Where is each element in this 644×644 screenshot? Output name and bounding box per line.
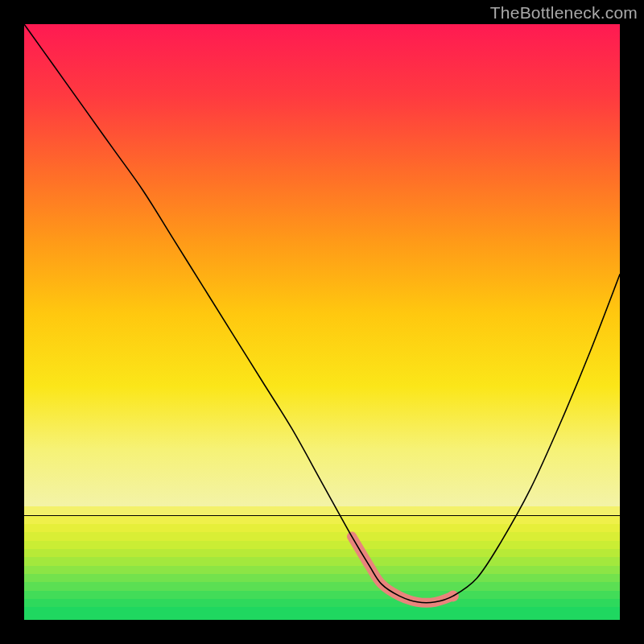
highlight-segment xyxy=(352,536,453,602)
watermark-text: TheBottleneck.com xyxy=(490,3,638,23)
curve-layer xyxy=(24,24,620,620)
chart-frame: TheBottleneck.com xyxy=(0,0,644,644)
bottleneck-curve xyxy=(24,24,620,603)
plot-area xyxy=(24,24,620,620)
